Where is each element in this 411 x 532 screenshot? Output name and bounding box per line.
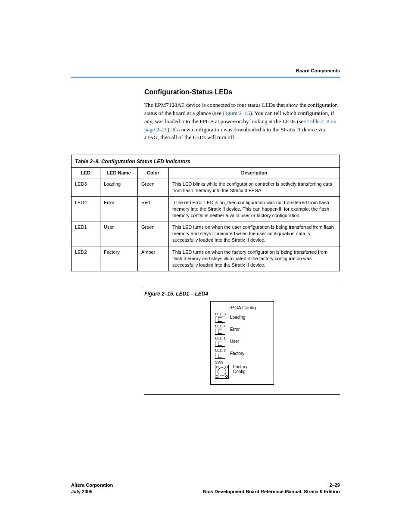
led-label: Loading xyxy=(230,315,246,320)
diagram-title: FPGA Config xyxy=(215,305,269,310)
cell-color: Green xyxy=(138,178,169,197)
intro-text-3: ). If a new configuration was downloaded… xyxy=(144,126,325,141)
led-label: User xyxy=(230,339,239,344)
led-diagram: FPGA Config LED 3 Loading LED 4 Error xyxy=(210,301,274,385)
led-label: Factory xyxy=(230,351,244,356)
footer-date: July 2005 xyxy=(71,489,93,494)
led-tag: LED 2 xyxy=(215,348,226,352)
sw-label-2: Config xyxy=(233,369,246,374)
cell-color: Green xyxy=(138,221,169,246)
table-wrapper: Table 2–8. Configuration Status LED Indi… xyxy=(71,155,340,271)
th-name: LED Name xyxy=(100,168,138,178)
cell-led: LED3 xyxy=(72,178,100,197)
footer-page: 2–29 xyxy=(330,482,340,488)
cell-name: User xyxy=(100,221,138,246)
cell-color: Amber xyxy=(138,246,169,271)
running-head: Board Components xyxy=(71,68,340,73)
figure-rule-bottom xyxy=(144,394,340,395)
led-tag: LED 3 xyxy=(215,312,226,316)
sw-label: Factory Config xyxy=(233,364,247,374)
th-desc: Description xyxy=(169,168,340,178)
sw-tag: SW9 xyxy=(215,360,224,364)
cell-name: Factory xyxy=(100,246,138,271)
footer-doc: Nios Development Board Reference Manual,… xyxy=(203,489,340,494)
table-row: LED1 User Green This LED turns on when t… xyxy=(72,221,339,246)
led-icon xyxy=(215,317,225,323)
led-icon xyxy=(215,341,225,347)
led-tag: LED 4 xyxy=(215,324,226,328)
switch-icon xyxy=(215,365,229,379)
status-led-table: LED LED Name Color Description LED3 Load… xyxy=(72,167,339,271)
section-title: Configuration-Status LEDs xyxy=(144,88,340,96)
table-row: LED3 Loading Green This LED blinks while… xyxy=(72,178,339,197)
cell-color: Red xyxy=(138,196,169,221)
page-footer: Altera Corporation July 2005 2–29 Nios D… xyxy=(71,482,340,495)
led-icon xyxy=(215,329,225,335)
th-color: Color xyxy=(138,168,169,178)
cell-name: Loading xyxy=(100,178,138,197)
cell-desc: If the red Error LED is on, then configu… xyxy=(169,196,340,221)
intro-paragraph: The EPM7128AE device is connected to fou… xyxy=(144,101,340,142)
header-rule xyxy=(71,77,340,78)
th-led: LED xyxy=(72,168,100,178)
cell-led: LED4 xyxy=(72,196,100,221)
figure-rule-top xyxy=(144,288,340,288)
cell-desc: This LED blinks while the configuration … xyxy=(169,178,340,197)
footer-corp: Altera Corporation xyxy=(71,482,113,488)
figure-caption: Figure 2–15. LED1 – LED4 xyxy=(144,291,340,297)
cell-led: LED2 xyxy=(72,246,100,271)
led-icon xyxy=(215,353,225,359)
cell-desc: This LED turns on when the factory confi… xyxy=(169,246,340,271)
table-row: LED2 Factory Amber This LED turns on whe… xyxy=(72,246,339,271)
led-tag: LED 1 xyxy=(215,336,226,340)
cell-led: LED1 xyxy=(72,221,100,246)
cell-desc: This LED turns on when the user configur… xyxy=(169,221,340,246)
table-caption: Table 2–8. Configuration Status LED Indi… xyxy=(72,155,339,167)
table-row: LED4 Error Red If the red Error LED is o… xyxy=(72,196,339,221)
sw-label-1: Factory xyxy=(233,364,247,369)
cell-name: Error xyxy=(100,196,138,221)
led-label: Error xyxy=(230,327,240,332)
figure-link[interactable]: Figure 2–15 xyxy=(223,110,250,116)
